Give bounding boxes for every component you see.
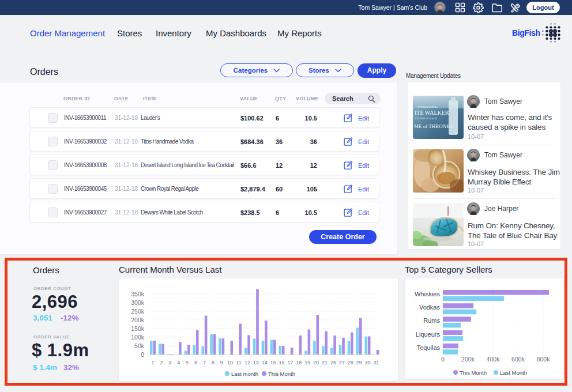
svg-text:Liqueurs: Liqueurs [416, 331, 441, 338]
svg-text:18: 18 [296, 360, 302, 365]
svg-text:200k: 200k [461, 356, 475, 363]
svg-text:29: 29 [356, 360, 362, 365]
svg-text:Rums: Rums [423, 317, 440, 324]
svg-text:15: 15 [270, 360, 276, 365]
svg-text:400k: 400k [487, 356, 501, 363]
svg-text:Last Month: Last Month [500, 370, 527, 376]
svg-text:INTRODUCING: INTRODUCING [417, 105, 438, 108]
svg-text:4: 4 [177, 360, 180, 365]
svg-text:50k: 50k [134, 342, 145, 349]
svg-text:21: 21 [322, 360, 328, 365]
svg-text:26: 26 [330, 360, 336, 365]
svg-text:250k: 250k [131, 308, 145, 315]
svg-text:350k: 350k [131, 291, 145, 297]
svg-text:12: 12 [244, 360, 250, 365]
svg-text:150k: 150k [131, 325, 145, 332]
svg-text:ME of THRONES: ME of THRONES [414, 123, 453, 129]
svg-text:13: 13 [253, 360, 259, 365]
svg-text:11: 11 [236, 360, 241, 365]
svg-text:6: 6 [194, 360, 197, 365]
svg-text:Whiskies: Whiskies [415, 291, 441, 297]
svg-text:9: 9 [220, 360, 223, 365]
svg-text:This Month: This Month [268, 371, 295, 377]
svg-text:27: 27 [339, 360, 345, 365]
svg-text:2: 2 [160, 360, 163, 365]
svg-text:100k: 100k [131, 334, 145, 341]
svg-text:14: 14 [262, 360, 268, 365]
svg-text:Last month: Last month [231, 371, 258, 377]
svg-text:0: 0 [141, 351, 144, 358]
svg-text:JOHNNIE WALKER: JOHNNIE WALKER [415, 117, 437, 120]
svg-text:800k: 800k [537, 356, 551, 363]
svg-text:16: 16 [279, 360, 284, 365]
svg-text:28: 28 [348, 360, 353, 365]
svg-text:3: 3 [168, 360, 171, 365]
svg-text:20: 20 [313, 360, 319, 365]
svg-text:600k: 600k [511, 356, 525, 363]
svg-text:7: 7 [203, 360, 206, 365]
svg-text:Tequilas: Tequilas [417, 344, 441, 351]
svg-text:This Month: This Month [460, 370, 487, 376]
svg-text:5: 5 [186, 360, 189, 365]
svg-text:300k: 300k [131, 299, 145, 306]
svg-text:30: 30 [364, 360, 370, 365]
svg-text:200k: 200k [131, 316, 145, 323]
svg-text:8: 8 [212, 360, 215, 365]
svg-text:Vodkas: Vodkas [419, 304, 441, 311]
svg-text:19: 19 [304, 360, 310, 365]
svg-text:17: 17 [287, 360, 293, 365]
svg-text:10: 10 [227, 360, 233, 365]
svg-text:0: 0 [441, 356, 445, 363]
svg-text:ITE WALKER: ITE WALKER [415, 110, 449, 116]
svg-text:31: 31 [373, 360, 379, 365]
svg-text:1: 1 [151, 360, 154, 365]
